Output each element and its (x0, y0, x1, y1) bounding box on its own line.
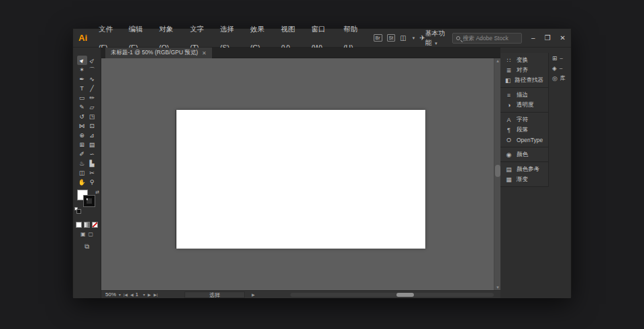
screen-mode-button[interactable]: ⧉ (73, 243, 101, 251)
status-bar: 50% ▾ |◀ ◀ 1 ▾ ▶ ▶| 选择 ▶ (101, 290, 500, 298)
search-input[interactable] (463, 35, 522, 42)
tab-close-icon[interactable]: ✕ (202, 50, 207, 56)
free-transform-tool-icon[interactable]: ⊡ (87, 121, 97, 131)
eyedropper-tool-icon[interactable]: ✐ (77, 149, 87, 159)
panel-color-guide-label: 颜色参考 (517, 166, 539, 174)
libraries-panel-icon: ◎ (552, 75, 557, 82)
stock-search-box[interactable] (452, 33, 522, 44)
window-controls: –❐✕ (531, 35, 566, 42)
vertical-scroll-thumb[interactable] (495, 165, 500, 177)
layers-panel-icon: ◈ (552, 65, 557, 72)
panel-color-icon: ◉ (505, 151, 513, 158)
panel-align-label: 对齐 (517, 66, 528, 74)
symbol-sprayer-tool-icon[interactable]: ♨ (77, 159, 87, 168)
close-button[interactable]: ✕ (560, 35, 566, 42)
zoom-level[interactable]: 50% (105, 291, 116, 298)
artboards-panel-icon: ⊞ (552, 55, 557, 62)
artboard[interactable] (176, 110, 425, 249)
fill-stroke-widget: ⇄ (73, 190, 101, 215)
prev-artboard-button[interactable]: ◀ (130, 292, 133, 297)
eraser-tool-icon[interactable]: ▱ (87, 103, 97, 112)
next-artboard-button[interactable]: ▶ (148, 292, 151, 297)
stock-icon[interactable]: St (387, 34, 396, 42)
chevron-down-icon: ▾ (435, 41, 437, 46)
libraries-panel[interactable]: ◎库 (549, 73, 571, 83)
panel-list: ∷变换≣对齐◧路径查找器≡描边◑透明度A字符¶段落OOpenType◉颜色▤颜色… (500, 53, 549, 187)
last-artboard-button[interactable]: ▶| (154, 292, 158, 297)
panel-pathfinder[interactable]: ◧路径查找器 (500, 75, 548, 85)
perspective-grid-tool-icon[interactable]: ⊿ (87, 131, 97, 140)
icon-dock: ⊞–◈–◎库 (549, 53, 571, 83)
artboard-number[interactable]: 1 (136, 291, 138, 298)
shape-builder-tool-icon[interactable]: ⊕ (77, 131, 87, 140)
paintbrush-tool-icon[interactable]: ✏ (87, 93, 97, 103)
panel-align[interactable]: ≣对齐 (500, 65, 548, 75)
share-icon[interactable]: ✈ (419, 35, 425, 42)
panel-gradient-icon: ▦ (505, 176, 513, 183)
lasso-tool-icon[interactable]: ⌒ (87, 65, 97, 74)
direct-selection-tool-icon[interactable]: ▻ (87, 56, 97, 65)
tools-panel: ►▻✶⌒✒∿T╱▭✏✎▱↺◳⋈⊡⊕⊿⊞▤✐∽♨▙◫✂✋⚲ ⇄ ▣▢ ⧉ (73, 48, 101, 298)
panel-paragraph[interactable]: ¶段落 (500, 125, 548, 135)
minimize-button[interactable]: – (531, 35, 535, 42)
stroke-swatch[interactable] (84, 196, 95, 206)
illustrator-logo: Ai (78, 33, 87, 43)
status-flyout-icon[interactable]: ▶ (252, 292, 255, 297)
panel-stroke[interactable]: ≡描边 (500, 90, 548, 100)
restore-button[interactable]: ❐ (545, 35, 551, 42)
canvas-area[interactable]: ▲ ▼ (101, 58, 500, 290)
curvature-tool-icon[interactable]: ∿ (87, 74, 97, 84)
selection-tool-icon[interactable]: ► (77, 56, 87, 65)
bridge-icon[interactable]: Br (374, 34, 382, 42)
swap-fill-stroke-icon[interactable]: ⇄ (95, 190, 99, 195)
pen-tool-icon[interactable]: ✒ (77, 74, 87, 84)
panel-character[interactable]: A字符 (500, 115, 548, 125)
panel-transform[interactable]: ∷变换 (500, 55, 548, 65)
illustrator-window: Ai 文件(F)编辑(E)对象(O)文字(T)选择(S)效果(C)视图(V)窗口… (72, 28, 572, 298)
arrange-documents-icon[interactable]: ◫ (400, 35, 406, 42)
panel-character-icon: A (505, 117, 513, 123)
artboard-chevron-icon[interactable]: ▾ (143, 292, 145, 297)
vertical-scrollbar[interactable]: ▲ ▼ (494, 58, 500, 290)
chevron-down-icon: ▾ (413, 36, 415, 41)
hand-tool-icon[interactable]: ✋ (77, 178, 87, 187)
column-graph-tool-icon[interactable]: ▙ (87, 159, 97, 168)
panel-color-guide[interactable]: ▤颜色参考 (500, 164, 548, 174)
blend-tool-icon[interactable]: ∽ (87, 149, 97, 159)
rectangle-tool-icon[interactable]: ▭ (77, 93, 87, 103)
shaper-tool-icon[interactable]: ✎ (77, 103, 87, 112)
scale-tool-icon[interactable]: ◳ (87, 112, 97, 121)
panel-color[interactable]: ◉颜色 (500, 149, 548, 159)
gradient-tool-icon[interactable]: ▤ (87, 140, 97, 149)
rotate-tool-icon[interactable]: ↺ (77, 112, 87, 121)
workspace-switcher[interactable]: 基本功能 ▾ (425, 29, 446, 48)
line-segment-tool-icon[interactable]: ╱ (87, 84, 97, 93)
color-button[interactable] (76, 222, 82, 228)
mesh-tool-icon[interactable]: ⊞ (77, 140, 87, 149)
slice-tool-icon[interactable]: ✂ (87, 168, 97, 178)
first-artboard-button[interactable]: |◀ (123, 292, 127, 297)
gradient-button[interactable] (84, 222, 90, 228)
layers-panel-label: – (559, 65, 562, 71)
artboards-panel-label: – (560, 55, 563, 61)
magic-wand-tool-icon[interactable]: ✶ (77, 65, 87, 74)
panel-gradient[interactable]: ▦渐变 (500, 174, 548, 184)
artboards-panel[interactable]: ⊞– (549, 53, 571, 63)
width-tool-icon[interactable]: ⋈ (77, 121, 87, 131)
horizontal-scrollbar[interactable] (290, 293, 494, 297)
none-button[interactable] (92, 222, 98, 228)
panel-opentype[interactable]: OOpenType (500, 135, 548, 145)
search-icon (456, 36, 460, 40)
horizontal-scroll-thumb[interactable] (396, 293, 414, 297)
layers-panel[interactable]: ◈– (549, 63, 571, 73)
panel-transparency[interactable]: ◑透明度 (500, 100, 548, 110)
artboard-tool-icon[interactable]: ◫ (77, 168, 87, 178)
type-tool-icon[interactable]: T (77, 84, 87, 93)
default-fill-stroke-icon[interactable] (74, 207, 78, 210)
zoom-tool-icon[interactable]: ⚲ (87, 178, 97, 187)
current-tool-status: 选择 (184, 291, 245, 298)
document-tab[interactable]: 未标题-1 @ 50% (RGB/GPU 预览) ✕ (105, 48, 212, 58)
zoom-chevron-icon[interactable]: ▾ (119, 292, 121, 297)
draw-normal-icon[interactable]: ▣ (80, 231, 86, 237)
draw-behind-icon[interactable]: ▢ (89, 231, 94, 237)
